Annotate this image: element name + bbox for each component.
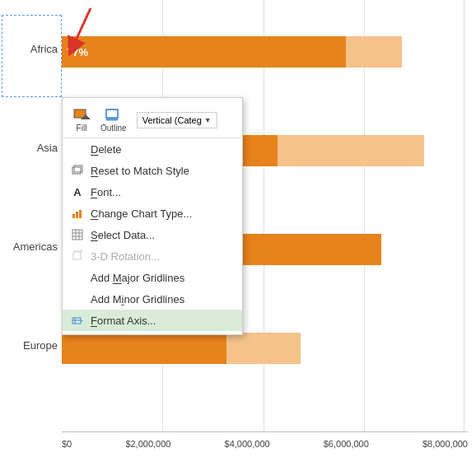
select-data-label: Select Data...: [91, 229, 155, 241]
select-data-icon: [71, 228, 84, 241]
x-axis-labels: $0 $2,000,000 $4,000,000 $6,000,000 $8,0…: [62, 435, 468, 449]
outline-button[interactable]: Outline: [97, 106, 130, 134]
y-label-americas: Americas: [0, 240, 58, 253]
format-axis-icon: [71, 314, 84, 327]
x-label-6m: $6,000,000: [324, 439, 369, 449]
outline-icon: [105, 108, 123, 123]
bar-asia-light: [278, 135, 424, 166]
menu-item-font[interactable]: A Font...: [63, 181, 242, 203]
fill-button[interactable]: Fill: [69, 106, 94, 134]
bar-europe-wrapper: [62, 333, 301, 364]
outline-label: Outline: [100, 124, 127, 133]
x-axis-line: [62, 431, 468, 432]
chart-area: Africa Asia Americas Europe 77% 58%: [0, 0, 476, 457]
dropdown-caret-icon: ▼: [204, 116, 212, 124]
menu-item-reset[interactable]: Reset to Match Style: [63, 160, 242, 181]
x-label-0: $0: [62, 439, 72, 449]
3d-rotation-icon: [71, 249, 84, 263]
bar-europe-light: [226, 333, 301, 364]
3d-rotation-label: 3-D Rotation...: [91, 250, 160, 263]
reset-icon: [71, 164, 84, 177]
svg-rect-4: [106, 110, 118, 118]
svg-rect-16: [73, 252, 81, 259]
fill-icon: [72, 108, 91, 123]
menu-item-chart-type[interactable]: Change Chart Type...: [63, 203, 242, 224]
major-gridlines-label: Add Major Gridlines: [91, 272, 184, 284]
menu-item-major-gridlines[interactable]: Add Major Gridlines: [63, 267, 242, 288]
menu-item-format-axis[interactable]: Format Axis...: [63, 310, 242, 331]
minor-gridlines-label: Add Minor Gridlines: [91, 293, 184, 305]
menu-item-minor-gridlines[interactable]: Add Minor Gridlines: [63, 288, 242, 310]
bar-africa-pct: 77%: [67, 46, 88, 58]
svg-rect-11: [72, 230, 82, 240]
minor-gridlines-icon: [71, 292, 84, 305]
x-label-4m: $4,000,000: [225, 439, 270, 449]
axis-dropdown[interactable]: Vertical (Categ ▼: [137, 112, 217, 128]
context-menu: Fill Outline Vertical (Categ ▼ Delete: [62, 97, 243, 335]
svg-rect-10: [79, 210, 82, 218]
bar-row-africa: 77%: [62, 27, 402, 77]
gridline-4: [464, 0, 464, 432]
font-icon: A: [71, 185, 84, 198]
fill-label: Fill: [77, 124, 87, 133]
svg-rect-9: [76, 212, 78, 218]
chart-type-icon: [71, 207, 84, 220]
font-label: Font...: [91, 186, 121, 198]
x-label-8m: $8,000,000: [422, 439, 468, 449]
bar-africa-wrapper: 77%: [62, 36, 402, 68]
chart-type-label: Change Chart Type...: [91, 208, 192, 220]
svg-marker-23: [81, 319, 83, 322]
major-gridlines-icon: [71, 271, 84, 284]
x-label-2m: $2,000,000: [125, 439, 170, 449]
delete-label: Delete: [91, 143, 122, 156]
y-label-europe: Europe: [0, 339, 58, 352]
y-label-africa: Africa: [0, 43, 58, 55]
format-axis-label: Format Axis...: [91, 315, 156, 327]
axis-dropdown-label: Vertical (Categ: [142, 115, 202, 125]
y-label-asia: Asia: [0, 142, 58, 154]
reset-label: Reset to Match Style: [91, 165, 189, 177]
mini-toolbar: Fill Outline Vertical (Categ ▼: [63, 101, 242, 138]
menu-item-select-data[interactable]: Select Data...: [63, 224, 242, 245]
svg-rect-8: [72, 214, 75, 218]
menu-item-delete[interactable]: Delete: [63, 138, 242, 160]
menu-item-3d-rotation: 3-D Rotation...: [63, 245, 242, 267]
delete-icon: [71, 142, 84, 156]
africa-selection-box: [2, 15, 62, 97]
bar-europe-solid: [62, 333, 226, 364]
bar-africa-light: [346, 36, 402, 68]
bar-africa-solid: 77%: [62, 36, 346, 68]
